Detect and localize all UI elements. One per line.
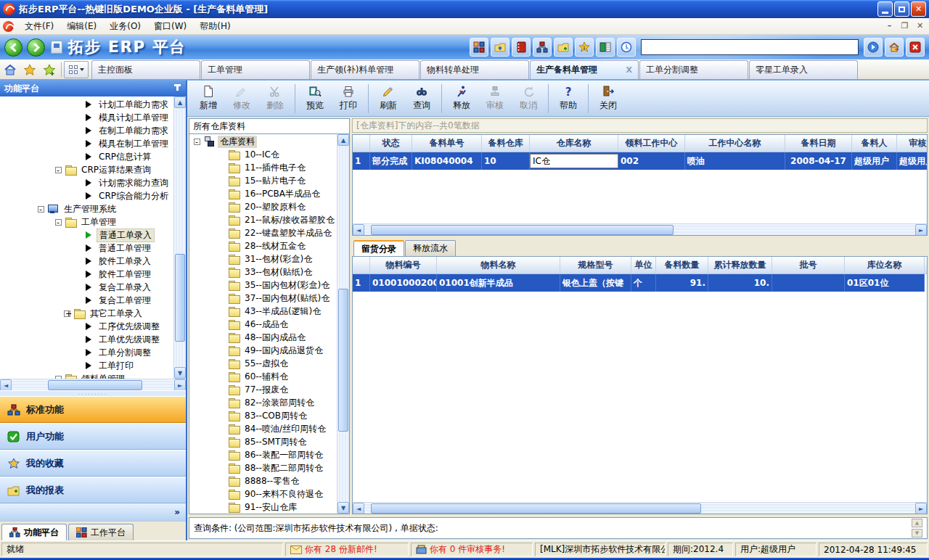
grid1-horizontal-scrollbar[interactable]: ◄ ► [353,223,927,235]
column-header[interactable]: 工作中心名称 [685,135,785,152]
column-header[interactable]: 备料人 [852,135,897,152]
warehouse-tree-item[interactable]: 49--国内成品退货仓 [189,344,337,357]
back-button[interactable] [4,38,22,57]
scroll-down-icon[interactable]: ▼ [174,367,186,379]
tab-close-icon[interactable]: X [626,65,632,75]
grid-cell[interactable]: 01001创新半成品 [437,274,560,292]
tree-expander-icon[interactable] [38,206,44,213]
grid-cell[interactable]: 超级用户 [852,152,897,170]
menu-item[interactable]: 编辑(E) [60,19,103,34]
warehouse-tree-item[interactable]: 83--COB周转仓 [189,409,337,422]
scroll-up-icon[interactable]: ▲ [337,134,349,146]
tree-item[interactable]: 工序优先级调整 [0,320,173,333]
warehouse-tree-item[interactable]: 86--装配一部周转仓 [189,448,337,461]
document-tab[interactable]: 生产备料单管理 X [530,60,639,79]
tree-item[interactable]: 普通工单管理 [0,242,173,255]
grid-row-selected[interactable]: 1010010002000001001创新半成品银色上盖（按键个91.10.01… [353,274,925,292]
detail-tab[interactable]: 释放流水 [405,240,456,256]
warehouse-tree-item[interactable]: 21--鼠标/接收器塑胶仓 [189,213,337,226]
notebook-icon[interactable] [512,38,531,57]
scroll-right-icon[interactable]: ► [915,503,927,514]
sidebar-vertical-scrollbar[interactable]: ▲ ▼ [173,96,186,379]
column-header[interactable]: 物料名称 [437,257,560,273]
warehouse-vertical-scrollbar[interactable]: ▲ ▼ [337,134,349,514]
mdi-minimize-icon[interactable]: – [883,21,896,32]
grid-cell[interactable]: 01区01位 [845,274,925,292]
warehouse-tree-item[interactable]: 82--涂装部周转仓 [189,396,337,409]
column-header[interactable]: 累计释放数量 [708,257,772,273]
add-button[interactable]: 新增 [192,82,225,115]
tab-work-platform[interactable]: 工作平台 [68,524,134,540]
query-button[interactable]: 查询 [405,82,438,115]
menu-item[interactable]: 帮助(H) [193,19,237,34]
warehouse-tree-item[interactable]: 84--喷油/丝印周转仓 [189,422,337,435]
grid-cell[interactable]: KI08040004 [412,152,482,170]
warehouse-tree-item[interactable]: 33--包材(贴纸)仓 [189,265,337,279]
grid-cell[interactable] [772,274,845,292]
warehouse-tree-item[interactable]: 46--成品仓 [189,318,337,331]
menu-item[interactable]: 业务(O) [103,19,147,34]
grid-cell[interactable]: 1 [353,152,370,170]
warehouse-tree-item[interactable]: 85--SMT周转仓 [189,435,337,448]
warehouse-tree-item[interactable]: 16--PCBA半成品仓 [189,187,337,200]
warehouse-tree-item[interactable]: 10--IC仓 [189,148,337,161]
tree-item[interactable]: 计划需求能力查询 [0,176,173,189]
folder-up-icon[interactable] [491,38,509,57]
tab-function-platform[interactable]: 功能平台 [1,524,67,540]
grid-cell[interactable]: 10. [708,274,772,292]
tree-item[interactable]: 普通工单录入 [0,228,173,242]
column-header[interactable]: 备料日期 [785,135,852,152]
scroll-right-icon[interactable]: ► [174,379,186,391]
warehouse-tree-item[interactable]: 55--虚拟仓 [189,357,337,370]
desktop-icon[interactable] [470,38,488,57]
column-header[interactable]: 仓库名称 [530,135,618,152]
forward-button[interactable] [27,38,45,57]
document-tab[interactable]: 生产领(补)料单管理 [311,60,420,79]
scrollbar-thumb[interactable] [338,289,348,431]
favorites-rank-icon[interactable]: 1 [575,38,594,57]
menu-item[interactable]: 窗口(W) [147,19,193,34]
grid-cell[interactable]: 部分完成 [370,152,412,170]
status-audit[interactable]: 你有 0 件审核事务! [411,543,533,556]
tree-item[interactable]: 胶件工单录入 [0,255,173,268]
document-tab[interactable]: 零星工单录入 [749,60,858,79]
document-tab[interactable]: 工单管理 [201,60,310,79]
warehouse-tree-item[interactable]: 15--贴片电子仓 [189,174,337,187]
warehouse-tree-item[interactable]: 仓库资料 [189,135,337,148]
exit-icon[interactable] [906,38,925,57]
sidebar-panel-my-favorites[interactable]: 我的收藏 [0,450,186,477]
tree-item[interactable]: 其它工单录入 [0,307,173,320]
home-icon[interactable] [1,61,19,78]
folder-add-icon[interactable] [554,38,573,57]
sidebar-more-button[interactable]: » [0,503,186,521]
scroll-left-icon[interactable]: ◄ [353,224,364,236]
tree-expander-icon[interactable] [55,167,62,173]
release-button[interactable]: 释放 [445,82,478,115]
document-tab[interactable]: 工单分割调整 [639,60,748,79]
tree-expander-icon[interactable] [55,376,62,379]
scrollbar-thumb[interactable] [371,225,674,235]
grid-cell[interactable]: 91. [656,274,708,292]
sidebar-panel-my-reports[interactable]: 我的报表 [0,477,186,503]
tree-expander-icon[interactable] [194,139,200,145]
warehouse-tree-item[interactable]: 48--国内成品仓 [189,331,337,344]
mdi-restore-icon[interactable]: ❐ [899,21,911,32]
tree-item[interactable]: 模具计划工单管理 [0,111,173,124]
warehouse-tree-item[interactable]: 28--线材五金仓 [189,239,337,252]
scroll-left-icon[interactable]: ◄ [0,379,12,391]
grid-cell[interactable]: 个 [631,274,656,292]
scroll-right-icon[interactable]: ► [915,224,927,236]
column-header[interactable]: 备料单号 [412,135,482,152]
warehouse-tree-item[interactable]: 90--来料不良待退仓 [189,487,337,501]
warehouse-tree-item[interactable]: 31--包材(彩盒)仓 [189,252,337,265]
tree-item[interactable]: 复合工单录入 [0,281,173,294]
sidebar-panel-user-functions[interactable]: 用户功能 [0,423,186,450]
column-header[interactable] [353,257,370,273]
column-header[interactable]: 单位 [631,257,656,273]
column-header[interactable]: 批号 [772,257,845,273]
sidebar-panel-standard-functions[interactable]: 标准功能 [0,396,186,423]
scroll-left-icon[interactable]: ◄ [353,503,364,514]
grid-cell[interactable]: IC仓 [530,154,618,168]
column-header[interactable]: 备料仓库 [482,135,530,152]
warehouse-tree-item[interactable]: 88--装配二部周转仓 [189,461,337,474]
